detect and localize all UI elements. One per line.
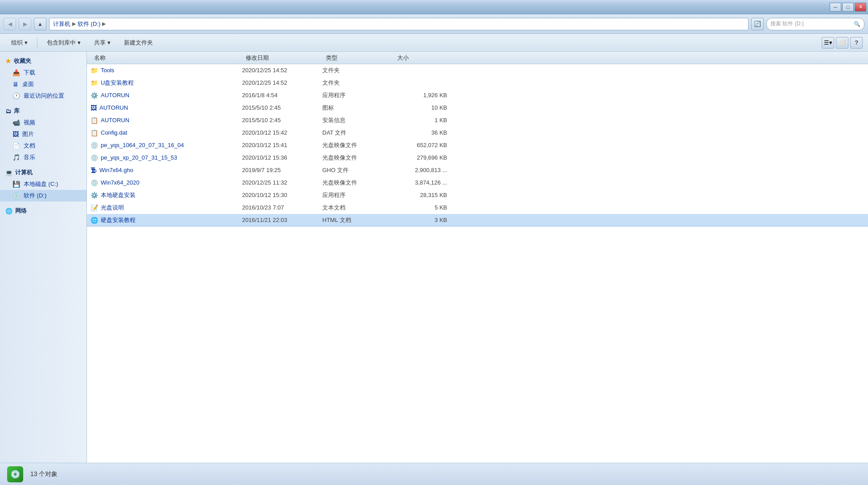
sidebar-item-desktop[interactable]: 🖥 桌面 bbox=[0, 78, 86, 90]
col-header-size[interactable]: 大小 bbox=[394, 52, 447, 64]
close-button[interactable]: ✕ bbox=[855, 3, 866, 12]
file-name-cell: ⚙️ AUTORUN bbox=[91, 92, 242, 99]
file-name-cell: 📁 U盘安装教程 bbox=[91, 79, 242, 87]
file-size-cell: 279,696 KB bbox=[394, 154, 447, 161]
library-icon: 🗂 bbox=[5, 108, 11, 115]
table-row[interactable]: 📁 Tools 2020/12/25 14:52 文件夹 bbox=[87, 64, 868, 77]
file-name-text: 本地硬盘安装 bbox=[101, 191, 136, 199]
file-name-text: pe_yqs_xp_20_07_31_15_53 bbox=[101, 154, 177, 161]
table-row[interactable]: 📁 U盘安装教程 2020/12/25 14:52 文件夹 bbox=[87, 77, 868, 89]
toolbar-right: ☰▾ ⬜ ? bbox=[822, 37, 863, 49]
sidebar-item-d-drive[interactable]: 💿 软件 (D:) bbox=[0, 190, 86, 201]
main-content: ★ 收藏夹 📥 下载 🖥 桌面 🕐 最近访问的位置 🗂 库 bbox=[0, 52, 868, 463]
favorites-section: ★ 收藏夹 📥 下载 🖥 桌面 🕐 最近访问的位置 bbox=[0, 55, 86, 102]
toolbar-separator-1 bbox=[37, 37, 37, 48]
file-type-icon: ⚙️ bbox=[91, 92, 98, 99]
col-header-date[interactable]: 修改日期 bbox=[242, 52, 322, 64]
sidebar-item-desktop-label: 桌面 bbox=[22, 80, 34, 88]
file-date-cell: 2020/10/12 15:41 bbox=[242, 142, 322, 148]
status-app-icon: 💿 bbox=[7, 466, 23, 482]
address-bar: ◀ ▶ ▲ 计算机 ▶ 软件 (D:) ▶ 🔄 搜索 软件 (D:) 🔍 bbox=[0, 14, 868, 34]
d-drive-icon: 💿 bbox=[12, 192, 20, 199]
file-date-cell: 2015/5/10 2:45 bbox=[242, 117, 322, 123]
table-row[interactable]: 🗜 Win7x64.gho 2019/9/7 19:25 GHO 文件 2,90… bbox=[87, 164, 868, 177]
share-button[interactable]: 共享 ▾ bbox=[88, 36, 116, 49]
file-type-cell: 安装信息 bbox=[322, 116, 394, 124]
table-row[interactable]: 💿 Win7x64_2020 2020/12/25 11:32 光盘映像文件 3… bbox=[87, 177, 868, 189]
breadcrumb-drive[interactable]: 软件 (D:) bbox=[78, 20, 100, 28]
video-icon: 📹 bbox=[12, 119, 20, 126]
search-placeholder: 搜索 软件 (D:) bbox=[770, 20, 804, 28]
table-row[interactable]: ⚙️ 本地硬盘安装 2020/10/12 15:30 应用程序 28,315 K… bbox=[87, 189, 868, 201]
favorites-star-icon: ★ bbox=[5, 58, 11, 65]
minimize-button[interactable]: ─ bbox=[830, 3, 841, 12]
breadcrumb-computer[interactable]: 计算机 bbox=[53, 20, 70, 28]
new-folder-button[interactable]: 新建文件夹 bbox=[118, 36, 159, 49]
status-count: 13 个对象 bbox=[30, 470, 58, 478]
file-name-text: AUTORUN bbox=[101, 92, 129, 99]
favorites-header[interactable]: ★ 收藏夹 bbox=[0, 55, 86, 67]
refresh-button[interactable]: 🔄 bbox=[751, 18, 764, 30]
sidebar-item-video[interactable]: 📹 视频 bbox=[0, 117, 86, 128]
sidebar-item-music[interactable]: 🎵 音乐 bbox=[0, 152, 86, 163]
maximize-button[interactable]: □ bbox=[842, 3, 854, 12]
search-box[interactable]: 搜索 软件 (D:) 🔍 bbox=[766, 18, 864, 30]
desktop-icon: 🖥 bbox=[12, 81, 19, 88]
file-type-icon: 📝 bbox=[91, 204, 98, 211]
file-type-cell: 文件夹 bbox=[322, 79, 394, 87]
col-header-type[interactable]: 类型 bbox=[322, 52, 394, 64]
table-row[interactable]: 💿 pe_yqs_xp_20_07_31_15_53 2020/10/12 15… bbox=[87, 152, 868, 164]
status-bar: 💿 13 个对象 bbox=[0, 463, 868, 485]
table-row[interactable]: 🌐 硬盘安装教程 2016/11/21 22:03 HTML 文档 3 KB bbox=[87, 214, 868, 226]
file-size-cell: 10 KB bbox=[394, 104, 447, 111]
column-headers: 名称 修改日期 类型 大小 bbox=[87, 52, 868, 64]
recent-icon: 🕐 bbox=[12, 92, 20, 99]
file-date-cell: 2020/12/25 11:32 bbox=[242, 179, 322, 186]
file-name-cell: 📋 AUTORUN bbox=[91, 117, 242, 124]
file-size-cell: 28,315 KB bbox=[394, 192, 447, 198]
file-name-cell: 📝 光盘说明 bbox=[91, 204, 242, 212]
organize-button[interactable]: 组织 ▾ bbox=[5, 36, 33, 49]
file-type-cell: 光盘映像文件 bbox=[322, 154, 394, 162]
file-name-cell: 🌐 硬盘安装教程 bbox=[91, 216, 242, 224]
col-header-name[interactable]: 名称 bbox=[91, 52, 242, 64]
table-row[interactable]: 🖼 AUTORUN 2015/5/10 2:45 图标 10 KB bbox=[87, 102, 868, 114]
sidebar-item-recent[interactable]: 🕐 最近访问的位置 bbox=[0, 90, 86, 102]
file-type-cell: 光盘映像文件 bbox=[322, 141, 394, 149]
network-header[interactable]: 🌐 网络 bbox=[0, 205, 86, 217]
table-row[interactable]: ⚙️ AUTORUN 2016/1/8 4:54 应用程序 1,926 KB bbox=[87, 89, 868, 102]
sidebar-item-download[interactable]: 📥 下载 bbox=[0, 67, 86, 78]
library-header[interactable]: 🗂 库 bbox=[0, 105, 86, 117]
file-type-cell: 光盘映像文件 bbox=[322, 179, 394, 187]
network-header-icon: 🌐 bbox=[5, 208, 12, 214]
table-row[interactable]: 📋 AUTORUN 2015/5/10 2:45 安装信息 1 KB bbox=[87, 114, 868, 127]
file-type-cell: HTML 文档 bbox=[322, 216, 394, 224]
up-button[interactable]: ▲ bbox=[34, 18, 46, 30]
help-button[interactable]: ? bbox=[850, 37, 863, 49]
forward-button[interactable]: ▶ bbox=[19, 18, 31, 30]
file-date-cell: 2020/10/12 15:30 bbox=[242, 192, 322, 198]
table-row[interactable]: 📝 光盘说明 2016/10/23 7:07 文本文档 5 KB bbox=[87, 201, 868, 214]
table-row[interactable]: 💿 pe_yqs_1064_20_07_31_16_04 2020/10/12 … bbox=[87, 139, 868, 152]
file-name-text: Win7x64_2020 bbox=[101, 179, 140, 186]
back-button[interactable]: ◀ bbox=[4, 18, 16, 30]
include-label: 包含到库中 bbox=[47, 39, 76, 47]
sidebar-item-music-label: 音乐 bbox=[24, 153, 35, 161]
file-area: 名称 修改日期 类型 大小 📁 Tools 2020/12/25 14:52 文… bbox=[87, 52, 868, 463]
file-type-icon: 📁 bbox=[91, 67, 98, 74]
file-name-text: Win7x64.gho bbox=[99, 167, 133, 173]
sidebar-item-documents[interactable]: 📄 文档 bbox=[0, 140, 86, 152]
sidebar-item-c-drive[interactable]: 💾 本地磁盘 (C:) bbox=[0, 178, 86, 190]
breadcrumb-separator-1: ▶ bbox=[72, 21, 76, 27]
computer-section: 💻 计算机 💾 本地磁盘 (C:) 💿 软件 (D:) bbox=[0, 167, 86, 201]
computer-header[interactable]: 💻 计算机 bbox=[0, 167, 86, 178]
sidebar: ★ 收藏夹 📥 下载 🖥 桌面 🕐 最近访问的位置 🗂 库 bbox=[0, 52, 87, 463]
table-row[interactable]: 📋 Config.dat 2020/10/12 15:42 DAT 文件 36 … bbox=[87, 127, 868, 139]
view-button[interactable]: ☰▾ bbox=[822, 37, 834, 49]
include-button[interactable]: 包含到库中 ▾ bbox=[41, 36, 86, 49]
file-name-text: pe_yqs_1064_20_07_31_16_04 bbox=[101, 142, 184, 148]
sidebar-item-pictures[interactable]: 🖼 图片 bbox=[0, 128, 86, 140]
file-size-cell: 1,926 KB bbox=[394, 92, 447, 99]
file-date-cell: 2020/12/25 14:52 bbox=[242, 79, 322, 86]
preview-pane-button[interactable]: ⬜ bbox=[836, 37, 848, 49]
